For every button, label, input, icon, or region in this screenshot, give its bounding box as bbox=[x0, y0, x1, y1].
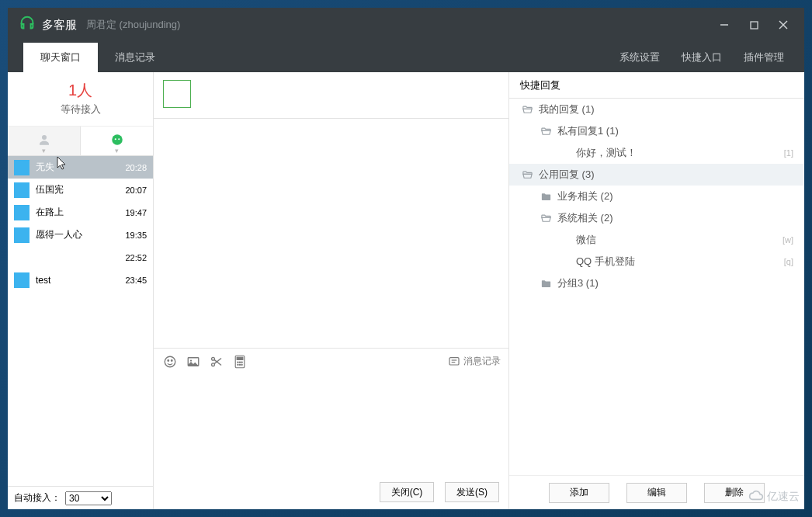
titlebar: 多客服 周君定 (zhoujunding) bbox=[8, 8, 804, 42]
tree-label: QQ 手机登陆 bbox=[576, 255, 784, 269]
waiting-label: 等待接入 bbox=[8, 102, 153, 116]
contact-name: 在路上 bbox=[36, 206, 125, 219]
contact-time: 23:45 bbox=[125, 276, 147, 285]
folder-open-icon bbox=[520, 104, 534, 116]
contact-time: 20:07 bbox=[125, 186, 147, 195]
waiting-box[interactable]: 1人 等待接入 bbox=[8, 72, 153, 127]
contact-time: 20:28 bbox=[125, 163, 147, 172]
svg-rect-1 bbox=[751, 22, 758, 29]
close-button[interactable] bbox=[769, 8, 798, 42]
input-toolbar: 消息记录 bbox=[154, 348, 508, 374]
folder-icon bbox=[539, 191, 553, 203]
avatar bbox=[14, 227, 29, 243]
svg-point-6 bbox=[114, 138, 116, 140]
tree-row[interactable]: 分组3 (1) bbox=[509, 272, 804, 294]
maximize-button[interactable] bbox=[739, 8, 769, 42]
quick-reply-title: 快捷回复 bbox=[509, 72, 804, 99]
main-window: 多客服 周君定 (zhoujunding) 聊天窗口 消息记录 系统设置 快捷入… bbox=[8, 8, 804, 509]
avatar bbox=[14, 272, 29, 288]
contact-name: test bbox=[36, 275, 125, 286]
tab-chat-window[interactable]: 聊天窗口 bbox=[23, 43, 98, 72]
emoji-icon[interactable] bbox=[161, 353, 179, 370]
tree-shortcut: [1] bbox=[784, 148, 793, 158]
contact-time: 22:52 bbox=[125, 253, 147, 262]
tree-row[interactable]: QQ 手机登陆[q] bbox=[509, 251, 804, 272]
history-link[interactable]: 消息记录 bbox=[448, 355, 501, 368]
svg-point-5 bbox=[112, 134, 123, 145]
contact-row[interactable]: 22:52 bbox=[8, 246, 153, 269]
tree-label: 分组3 (1) bbox=[557, 276, 793, 290]
svg-point-12 bbox=[190, 359, 192, 361]
tree-shortcut: [q] bbox=[784, 257, 793, 266]
svg-point-13 bbox=[212, 357, 215, 360]
svg-point-21 bbox=[241, 362, 242, 363]
auto-accept-label: 自动接入： bbox=[14, 491, 61, 505]
chat-avatar[interactable] bbox=[163, 80, 191, 108]
tab-message-log[interactable]: 消息记录 bbox=[98, 43, 172, 72]
tree-row[interactable]: 私有回复1 (1) bbox=[509, 120, 804, 142]
close-chat-button[interactable]: 关闭(C) bbox=[380, 482, 434, 502]
tree-row[interactable]: 公用回复 (3) bbox=[509, 164, 804, 186]
contact-row[interactable]: 愿得一人心19:35 bbox=[8, 224, 153, 246]
contact-name: 伍国宪 bbox=[36, 183, 125, 196]
folder-open-icon bbox=[539, 126, 553, 137]
window-controls bbox=[710, 8, 798, 42]
contact-list: 无失20:28伍国宪20:07在路上19:47愿得一人心19:3522:52te… bbox=[8, 156, 153, 486]
history-label: 消息记录 bbox=[463, 355, 501, 368]
auto-accept-bar: 自动接入： 30 bbox=[8, 486, 153, 509]
svg-point-8 bbox=[165, 356, 175, 367]
tree-label: 业务相关 (2) bbox=[557, 189, 793, 203]
tree-label: 你好，测试！ bbox=[576, 146, 784, 160]
contact-time: 19:35 bbox=[125, 231, 147, 240]
tab-plugin-mgmt[interactable]: 插件管理 bbox=[733, 43, 795, 72]
calculator-icon[interactable] bbox=[231, 353, 248, 370]
svg-point-24 bbox=[241, 364, 242, 365]
tree-label: 我的回复 (1) bbox=[539, 102, 793, 116]
contact-row[interactable]: test23:45 bbox=[8, 269, 153, 291]
svg-point-19 bbox=[238, 362, 238, 363]
contact-row[interactable]: 伍国宪20:07 bbox=[8, 179, 153, 201]
message-area bbox=[154, 119, 508, 348]
tab-system-settings[interactable]: 系统设置 bbox=[609, 43, 671, 72]
avatar bbox=[14, 160, 29, 175]
sidebar: 1人 等待接入 ▾ ▾ 无失20:28伍国宪20:07在路上19:47愿得一人心… bbox=[8, 72, 154, 509]
folder-open-icon bbox=[520, 169, 534, 181]
tree-row[interactable]: 我的回复 (1) bbox=[509, 99, 804, 120]
tree-row[interactable]: 系统相关 (2) bbox=[509, 207, 804, 229]
svg-point-14 bbox=[212, 363, 215, 366]
chat-panel: 消息记录 关闭(C) 发送(S) bbox=[154, 72, 509, 509]
tree-shortcut: [w] bbox=[783, 235, 793, 245]
tree-row[interactable]: 你好，测试！[1] bbox=[509, 142, 804, 164]
svg-rect-25 bbox=[449, 357, 459, 364]
send-button[interactable]: 发送(S) bbox=[445, 482, 499, 502]
add-button[interactable]: 添加 bbox=[549, 483, 609, 503]
auto-accept-select[interactable]: 30 bbox=[65, 491, 112, 505]
svg-point-10 bbox=[172, 359, 173, 361]
tree-row[interactable]: 微信[w] bbox=[509, 229, 804, 251]
sidebar-tab-user[interactable]: ▾ bbox=[8, 127, 81, 155]
chat-header bbox=[154, 72, 508, 119]
user-info: 周君定 (zhoujunding) bbox=[86, 18, 180, 32]
sidebar-tab-wechat[interactable]: ▾ bbox=[81, 127, 153, 155]
message-input[interactable] bbox=[154, 374, 508, 475]
tree-row[interactable]: 业务相关 (2) bbox=[509, 186, 804, 207]
edit-button[interactable]: 编辑 bbox=[626, 483, 687, 503]
scissors-icon[interactable] bbox=[208, 353, 225, 370]
svg-point-20 bbox=[239, 362, 240, 363]
tree-label: 公用回复 (3) bbox=[539, 168, 793, 182]
svg-point-22 bbox=[238, 364, 238, 365]
tab-quick-entry[interactable]: 快捷入口 bbox=[671, 43, 733, 72]
image-icon[interactable] bbox=[185, 353, 202, 370]
avatar bbox=[14, 182, 29, 198]
contact-row[interactable]: 无失20:28 bbox=[8, 156, 153, 179]
minimize-button[interactable] bbox=[710, 8, 739, 42]
watermark: 亿速云 bbox=[748, 489, 800, 505]
contact-row[interactable]: 在路上19:47 bbox=[8, 201, 153, 224]
tree-label: 微信 bbox=[576, 233, 783, 247]
folder-open-icon bbox=[539, 213, 553, 224]
headset-icon bbox=[19, 15, 36, 35]
svg-point-23 bbox=[239, 364, 240, 365]
svg-point-9 bbox=[168, 359, 169, 361]
contact-time: 19:47 bbox=[125, 208, 147, 217]
waiting-count: 1人 bbox=[8, 80, 153, 101]
